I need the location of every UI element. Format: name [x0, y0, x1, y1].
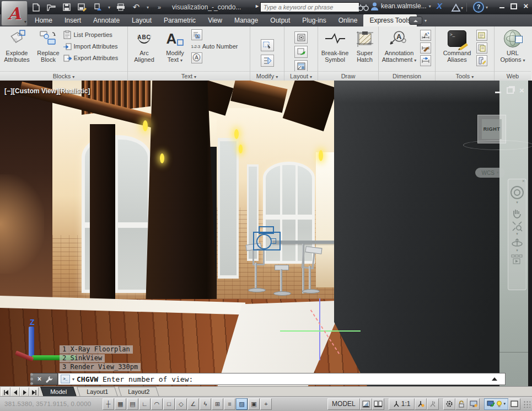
object-snap-toggle[interactable]: □ [163, 398, 175, 410]
tool-sheet1-button[interactable] [476, 30, 487, 41]
annotation-scale-button[interactable]: 1:1 [389, 398, 415, 410]
open-file-icon[interactable] [46, 2, 56, 12]
synchronize-viewports-button[interactable] [294, 46, 308, 58]
command-line-handle[interactable]: × [30, 373, 58, 385]
lineweight-toggle[interactable]: ≡ [224, 398, 235, 410]
dynamic-input-toggle[interactable]: ⊞ [212, 398, 223, 410]
drawing-quickview-button[interactable] [372, 398, 384, 410]
change-case-button[interactable]: Ⓐ [191, 53, 249, 63]
command-prompt-icon[interactable]: >_ [61, 375, 70, 383]
save-as-icon[interactable] [77, 2, 87, 12]
title-expand-icon[interactable]: ► [255, 3, 260, 9]
auto-number-button[interactable]: 1-2-3 Auto Number [191, 41, 249, 51]
navbar-close-icon[interactable]: × [522, 178, 525, 184]
tool-edit-button[interactable] [476, 55, 487, 66]
exchange-apps-icon[interactable]: X [437, 1, 442, 10]
drawing-minimize-button[interactable] [495, 92, 501, 93]
arc-aligned-button[interactable]: ABC Arc Aligned [130, 28, 159, 63]
viewport-controls-label[interactable]: [−][Custom View][Realistic] [4, 87, 90, 95]
user-caret-icon[interactable]: ▾ [429, 4, 431, 9]
tab-plugins[interactable]: Plug-ins [296, 14, 332, 26]
tab-home[interactable]: Home [29, 14, 58, 26]
drawing-canvas[interactable]: Z [−][Custom View][Realistic] × RIGHT [0, 81, 532, 386]
snap-mode-toggle[interactable]: ▦ [115, 398, 126, 410]
application-menu-button[interactable]: A ▾ [1, 1, 28, 26]
tab-layout1[interactable]: Layout1 [77, 387, 118, 397]
text-frame-button[interactable]: A [191, 30, 249, 40]
plot-caret-icon[interactable]: ▾ [108, 5, 110, 10]
wcs-dropdown[interactable]: WCS ▾ [475, 168, 505, 178]
search-binoculars-icon[interactable] [357, 2, 369, 13]
quick-properties-toggle[interactable]: ▣ [248, 398, 260, 410]
viewcube[interactable]: RIGHT [477, 115, 506, 143]
command-recent-up-icon[interactable] [492, 377, 497, 381]
transparency-toggle[interactable]: ▨ [236, 398, 248, 410]
lightbulb-icon[interactable] [496, 401, 502, 408]
tab-layout2[interactable]: Layout2 [118, 387, 159, 397]
minimize-button[interactable] [498, 3, 506, 9]
export-attributes-button[interactable]: Export Attributes [63, 53, 127, 63]
selection-cycling-toggle[interactable]: + [260, 398, 272, 410]
breakline-symbol-button[interactable]: Break-line Symbol [319, 28, 351, 63]
a360-icon[interactable]: ▾ [451, 2, 463, 13]
explode-attributes-button[interactable]: Explode Attributes [1, 28, 34, 63]
dim-leader-reattach-button[interactable]: A [420, 30, 431, 41]
undo-icon[interactable]: ↶ [131, 2, 141, 12]
merge-layout-button[interactable] [294, 60, 308, 72]
command-customize-wrench-icon[interactable] [45, 376, 52, 383]
tab-annotate[interactable]: Annotate [87, 14, 126, 26]
ribbon-collapse-button[interactable]: ▾ [409, 17, 427, 25]
a360-caret-icon[interactable]: ▾ [461, 6, 463, 10]
tab-layout[interactable]: Layout [126, 14, 158, 26]
drawing-close-button[interactable]: × [519, 87, 524, 94]
help-button[interactable]: ? ▾ [473, 2, 488, 13]
panel-title-draw[interactable]: Draw [318, 71, 378, 81]
print-icon[interactable] [116, 2, 126, 12]
import-attributes-button[interactable]: Import Attributes [63, 41, 127, 51]
steering-wheel-icon[interactable] [510, 186, 524, 199]
panel-title-web[interactable]: Web [495, 71, 531, 81]
stretch-multiple-button[interactable] [261, 55, 274, 67]
orbit-icon[interactable] [511, 237, 523, 248]
navbar-caret-icon[interactable]: ▾ [508, 232, 526, 236]
tab-parametric[interactable]: Parametric [158, 14, 202, 26]
annotation-visibility-button[interactable] [415, 398, 427, 410]
tab-model[interactable]: Model [40, 387, 77, 397]
maximize-button[interactable] [510, 3, 518, 9]
panel-title-text[interactable]: Text ▾ [128, 71, 250, 81]
command-aliases-button[interactable]: >_ Command Aliases [440, 28, 474, 63]
tab-view[interactable]: View [202, 14, 228, 26]
hardware-accel-icon[interactable] [487, 401, 495, 408]
dim-break-button[interactable] [420, 42, 431, 54]
grid-display-toggle[interactable]: ▤ [127, 398, 138, 410]
undo-caret-icon[interactable]: ▾ [147, 5, 149, 10]
3d-object-snap-toggle[interactable]: ◇ [175, 398, 187, 410]
dim-update-button[interactable] [420, 55, 431, 66]
panel-title-blocks[interactable]: Blocks ▾ [0, 71, 127, 81]
workspace-switching-button[interactable] [443, 398, 455, 410]
navbar-caret-icon[interactable]: ▾ [508, 248, 526, 253]
annotation-caret-icon[interactable]: ▾ [414, 58, 416, 63]
search-input[interactable] [260, 2, 359, 12]
pan-hand-icon[interactable] [512, 207, 523, 218]
ribbon-collapse-caret-icon[interactable]: ▾ [424, 18, 427, 23]
drawing-restore-button[interactable] [507, 87, 514, 94]
help-icon[interactable]: ? [473, 2, 484, 13]
super-hatch-button[interactable]: Super Hatch [352, 28, 378, 63]
perf-caret-icon[interactable]: ▾ [503, 402, 506, 406]
command-input[interactable]: >_ ▾ CHGVW Enter number of view: [58, 373, 506, 385]
model-space-button[interactable]: MODEL [327, 398, 360, 410]
camera-object-glyph[interactable] [251, 225, 283, 250]
ortho-mode-toggle[interactable]: ∟ [139, 398, 151, 410]
align-space-button[interactable] [294, 31, 308, 44]
panel-title-layout[interactable]: Layout ▾ [284, 71, 318, 81]
tab-output[interactable]: Output [264, 14, 296, 26]
signin-user-button[interactable]: kean.walmsle... ▾ [370, 2, 431, 10]
command-close-icon[interactable]: × [37, 376, 41, 382]
polar-tracking-toggle[interactable]: ◠ [151, 398, 163, 410]
panel-title-dimension[interactable]: Dimension [379, 71, 435, 81]
command-prompt-caret-icon[interactable]: ▾ [72, 377, 74, 382]
showmotion-icon[interactable] [511, 254, 523, 264]
object-snap-tracking-toggle[interactable]: ∠ [187, 398, 199, 410]
save-icon[interactable] [62, 2, 72, 12]
